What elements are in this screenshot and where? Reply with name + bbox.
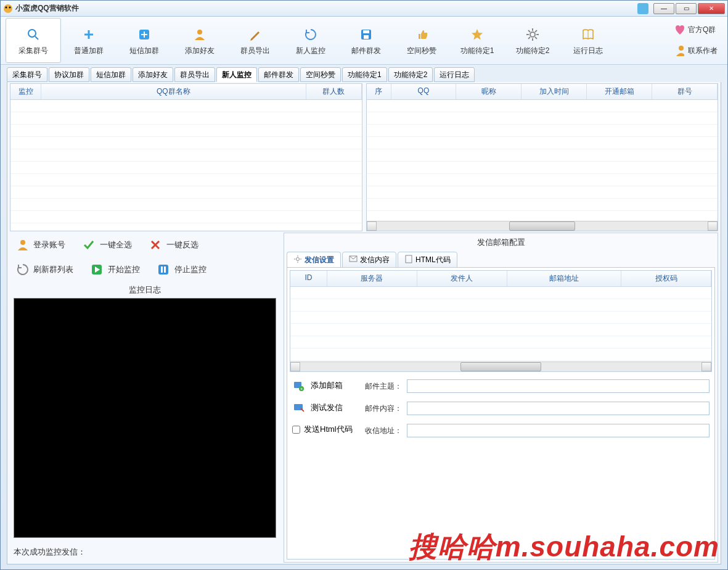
tab-短信加群[interactable]: 短信加群 (91, 67, 131, 82)
col-开通邮箱[interactable]: 开通邮箱 (587, 84, 652, 99)
toolbar-label: 邮件群发 (351, 46, 381, 56)
scroll-thumb[interactable] (460, 362, 541, 371)
tab-采集群号[interactable]: 采集群号 (7, 67, 47, 82)
toolbar-user[interactable]: 添加好友 (172, 18, 227, 63)
svg-line-21 (528, 37, 530, 39)
controls-row-2: 刷新群列表开始监控停止监控 (10, 257, 280, 282)
ctrl-play[interactable]: 开始监控 (91, 263, 140, 276)
col-序[interactable]: 序 (367, 84, 391, 99)
toolbar-save[interactable]: 邮件群发 (338, 18, 394, 63)
scroll-left-button[interactable] (290, 362, 300, 371)
star-icon (470, 27, 485, 42)
svg-point-25 (20, 240, 25, 245)
toolbar-search[interactable]: 采集群号 (6, 18, 61, 63)
left-table-body[interactable] (10, 100, 362, 231)
toolbar-label: 空间秒赞 (407, 46, 436, 56)
col-加入时间[interactable]: 加入时间 (521, 84, 587, 99)
mail-tab-body: ID服务器发件人邮箱地址授权码 + (287, 267, 715, 560)
col-群人数[interactable]: 群人数 (306, 84, 362, 99)
content-label: 邮件内容： (365, 403, 402, 414)
scroll-thumb[interactable] (509, 221, 576, 231)
mail-tab-0[interactable]: 发信设置 (287, 252, 341, 268)
mail-h-scrollbar[interactable] (290, 361, 711, 371)
side-heart[interactable]: 官方Q群 (674, 25, 718, 35)
titlebar: 小蛮虎QQ营销软件 — ▭ ✕ (1, 1, 727, 17)
maximize-button[interactable]: ▭ (676, 3, 697, 14)
col-发件人[interactable]: 发件人 (417, 271, 507, 286)
toolbar-star[interactable]: 功能待定1 (449, 18, 505, 63)
log-status: 本次成功监控发信： (10, 542, 280, 563)
mail-table-body[interactable] (290, 287, 711, 361)
col-昵称[interactable]: 昵称 (456, 84, 521, 99)
minimize-button[interactable]: — (653, 3, 674, 14)
toolbar-refresh[interactable]: 新人监控 (283, 18, 338, 63)
plus-icon (81, 27, 96, 42)
recv-input[interactable] (407, 424, 710, 437)
shirt-icon[interactable] (637, 3, 648, 14)
ctrl-user[interactable]: 登录账号 (16, 239, 65, 251)
toolbar-book[interactable]: 运行日志 (560, 18, 616, 63)
scroll-right-button[interactable] (708, 221, 718, 231)
content-input[interactable] (407, 402, 710, 415)
tab-功能待定2[interactable]: 功能待定2 (388, 67, 433, 82)
col-授权码[interactable]: 授权码 (621, 271, 711, 286)
toolbar-plus[interactable]: 普通加群 (61, 18, 117, 63)
mail-table: ID服务器发件人邮箱地址授权码 (290, 270, 712, 372)
tab-邮件群发[interactable]: 邮件群发 (258, 67, 299, 82)
recv-label: 收信地址： (365, 426, 402, 436)
toolbar-gear[interactable]: 功能待定2 (505, 18, 560, 63)
col-邮箱地址[interactable]: 邮箱地址 (507, 271, 622, 286)
mail-form-left: + 添加邮箱 测试发信 发送Html代码 (292, 379, 353, 437)
save-icon (359, 27, 374, 42)
left-table: 监控QQ群名称群人数 (10, 83, 362, 231)
tab-群员导出[interactable]: 群员导出 (174, 67, 215, 82)
svg-rect-38 (406, 255, 412, 263)
book-icon (581, 27, 595, 42)
send-html-check-input[interactable] (292, 426, 300, 434)
h-scrollbar[interactable] (367, 221, 718, 231)
mail-tab-2[interactable]: HTML代码 (398, 252, 457, 268)
subject-label: 邮件主题： (365, 381, 402, 392)
gear-sm-icon (293, 255, 302, 265)
svg-point-10 (197, 30, 202, 35)
side-user[interactable]: 联系作者 (674, 46, 718, 56)
mail-tab-1[interactable]: 发信内容 (342, 252, 396, 268)
close-button[interactable]: ✕ (698, 3, 725, 14)
ctrl-pause[interactable]: 停止监控 (157, 263, 207, 276)
mail-form: + 添加邮箱 测试发信 发送Html代码 (290, 374, 712, 442)
col-QQ群名称[interactable]: QQ群名称 (41, 84, 306, 99)
tab-运行日志[interactable]: 运行日志 (434, 67, 475, 82)
content-area: 采集群号协议加群短信加群添加好友群员导出新人监控邮件群发空间秒赞功能待定1功能待… (1, 65, 727, 570)
col-QQ[interactable]: QQ (391, 84, 457, 99)
svg-point-0 (4, 4, 12, 13)
log-title: 监控日志 (10, 282, 280, 298)
col-监控[interactable]: 监控 (10, 84, 41, 99)
toolbar-label: 采集群号 (18, 46, 48, 56)
tab-新人监控[interactable]: 新人监控 (216, 67, 257, 82)
toolbar-label: 添加好友 (185, 46, 215, 56)
tab-协议加群[interactable]: 协议加群 (49, 67, 89, 82)
add-mailbox-button[interactable]: + 添加邮箱 (292, 379, 353, 392)
toolbar-pencil[interactable]: 群员导出 (227, 18, 283, 63)
lower-row: 登录账号一键全选一键反选 刷新群列表开始监控停止监控 监控日志 本次成功监控发信… (10, 233, 718, 563)
scroll-right-button[interactable] (701, 362, 711, 371)
ctrl-refresh[interactable]: 刷新群列表 (16, 263, 73, 276)
send-html-checkbox[interactable]: 发送Html代码 (292, 424, 353, 435)
test-send-button[interactable]: 测试发信 (292, 402, 353, 414)
add-icon: + (292, 379, 305, 392)
tab-功能待定1[interactable]: 功能待定1 (342, 67, 387, 82)
col-ID[interactable]: ID (290, 271, 327, 286)
add-mailbox-label: 添加邮箱 (311, 380, 343, 391)
right-table-body[interactable] (367, 100, 718, 221)
svg-rect-30 (161, 266, 163, 273)
toolbar-plus-sq[interactable]: 短信加群 (117, 18, 172, 63)
ctrl-check[interactable]: 一键全选 (83, 239, 132, 251)
ctrl-x[interactable]: 一键反选 (149, 239, 198, 251)
toolbar-thumb[interactable]: 空间秒赞 (394, 18, 449, 63)
subject-input[interactable] (407, 379, 710, 393)
col-群号[interactable]: 群号 (652, 84, 718, 99)
col-服务器[interactable]: 服务器 (327, 271, 417, 286)
scroll-left-button[interactable] (367, 221, 377, 231)
tab-添加好友[interactable]: 添加好友 (133, 67, 173, 82)
tab-空间秒赞[interactable]: 空间秒赞 (300, 67, 341, 82)
